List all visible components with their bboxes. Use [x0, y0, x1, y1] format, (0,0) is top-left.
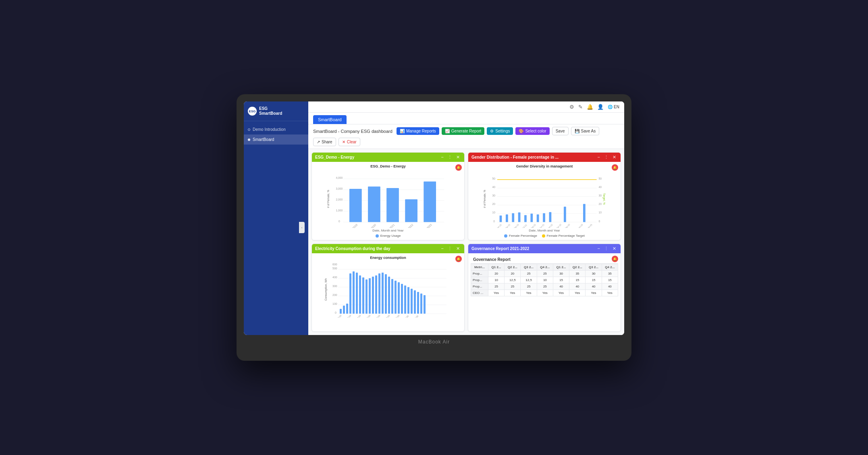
logo-icon: ESG	[248, 107, 257, 116]
row-label-1: Prop...	[471, 277, 488, 283]
svg-rect-12	[368, 186, 380, 222]
color-icon: 🎨	[519, 129, 523, 133]
svg-text:Jan-21: Jan-21	[496, 223, 502, 228]
sidebar-toggle[interactable]: ‹	[299, 222, 305, 233]
svg-rect-99	[411, 289, 413, 314]
widget-governance: Governance Report 2021-2022 − ⋮ ✕ 🔔 Gove…	[468, 244, 621, 332]
sidebar-item-smartboard[interactable]: SmartBoard	[244, 134, 308, 145]
energy-chart: ESG_Demo - Energy # of Female, % 0 1,000…	[314, 164, 462, 238]
svg-text:0: 0	[338, 220, 340, 223]
widget-gender-alert: 🔔	[612, 164, 618, 171]
gear-icon[interactable]: ⚙	[569, 104, 574, 110]
svg-rect-77	[340, 309, 342, 314]
sidebar: ESG ESGSmartBoard Demo Introduction Smar…	[244, 101, 308, 335]
toolbar: SmartBoard - Company ESG dashboard 📊 Man…	[308, 124, 624, 149]
edit-icon[interactable]: ✎	[578, 104, 583, 110]
user-icon[interactable]: 👤	[597, 104, 604, 110]
svg-text:0: 0	[598, 220, 600, 223]
widget-electricity-alert: 🔔	[455, 256, 462, 262]
svg-text:Jul-21: Jul-21	[521, 223, 527, 228]
laptop-model: MacBook Air	[244, 335, 624, 345]
svg-rect-96	[401, 284, 403, 314]
bell-icon[interactable]: 🔔	[587, 104, 593, 110]
widget-electricity-body: 🔔 Energy consumption Consumption, Wh 0 1…	[312, 253, 464, 331]
widget-electricity-minimize[interactable]: −	[440, 246, 445, 251]
widget-governance-header: Governance Report 2021-2022 − ⋮ ✕	[468, 244, 621, 253]
widget-governance-minimize[interactable]: −	[596, 246, 601, 251]
svg-text:22:00: 22:00	[395, 314, 400, 318]
widget-governance-close[interactable]: ✕	[611, 246, 617, 251]
svg-rect-87	[372, 277, 374, 314]
row-0-q5: 30	[553, 271, 569, 277]
svg-rect-95	[398, 282, 400, 314]
widget-energy-body: 🔔 ESG_Demo - Energy # of Female, % 0 1,0…	[312, 162, 464, 240]
svg-rect-45	[524, 215, 527, 222]
clear-button[interactable]: ✕ Clear	[338, 138, 360, 146]
svg-text:Mar-21: Mar-21	[504, 223, 511, 228]
generate-report-button[interactable]: 📈 Generate Report	[442, 127, 485, 135]
row-0-q3: 25	[521, 271, 537, 277]
main-content: ⚙ ✎ 🔔 👤 🌐 EN SmartBoard SmartBoard - Com…	[308, 101, 624, 335]
svg-rect-84	[362, 277, 364, 314]
svg-text:50: 50	[492, 177, 495, 180]
widget-energy-minimize[interactable]: −	[440, 155, 445, 160]
save-button[interactable]: Save	[552, 127, 569, 135]
svg-text:300: 300	[332, 285, 337, 287]
generate-report-icon: 📈	[445, 129, 450, 133]
save-as-button[interactable]: 💾 Save As	[571, 127, 600, 135]
svg-text:# of Female, %: # of Female, %	[327, 190, 330, 208]
widget-energy-alert: 🔔	[455, 164, 462, 171]
sidebar-item-demo-intro[interactable]: Demo Introduction	[244, 124, 308, 134]
svg-rect-89	[378, 273, 380, 314]
widget-energy-header: ESG_Demo - Energy − ⋮ ✕	[312, 153, 464, 162]
widget-electricity-menu[interactable]: ⋮	[446, 246, 453, 251]
row-0-q8: 35	[602, 271, 618, 277]
svg-text:18:00: 18:00	[375, 314, 381, 318]
widget-governance-menu[interactable]: ⋮	[603, 246, 610, 251]
clear-icon: ✕	[342, 140, 345, 144]
svg-rect-47	[537, 214, 539, 222]
widget-gender-close[interactable]: ✕	[611, 155, 617, 160]
widget-gender-header: Gender Distribution - Female percentage …	[468, 153, 621, 162]
gender-chart-title: Gender Diversity in management	[516, 164, 573, 168]
widget-energy-menu[interactable]: ⋮	[446, 155, 453, 160]
svg-rect-14	[405, 199, 417, 222]
svg-text:10: 10	[492, 211, 495, 214]
svg-rect-44	[518, 213, 521, 222]
svg-rect-92	[388, 277, 390, 314]
svg-rect-86	[369, 278, 371, 314]
svg-rect-13	[386, 188, 399, 222]
widget-energy-close[interactable]: ✕	[455, 155, 461, 160]
svg-rect-98	[407, 287, 409, 314]
widget-governance-title: Governance Report 2021-2022	[471, 246, 529, 251]
select-color-button[interactable]: 🎨 Select color	[515, 127, 549, 135]
settings-button[interactable]: ⚙ Settings	[487, 127, 513, 135]
widget-gender-menu[interactable]: ⋮	[603, 155, 610, 160]
col-header-q1-1: Q1 2...	[488, 264, 504, 271]
sidebar-dot-active	[248, 139, 250, 141]
svg-rect-101	[417, 292, 419, 314]
svg-rect-50	[564, 207, 566, 222]
tab-smartboard[interactable]: SmartBoard	[313, 115, 347, 124]
widget-electricity-actions: − ⋮ ✕	[440, 246, 461, 251]
manage-reports-button[interactable]: 📊 Manage Reports	[397, 127, 439, 135]
row-0-q4: 25	[537, 271, 553, 277]
widget-gender-body: 🔔 Gender Diversity in management # of Fe…	[468, 162, 621, 240]
widget-energy-title: ESG_Demo - Energy	[315, 155, 354, 159]
widget-gender-title: Gender Distribution - Female percentage …	[471, 155, 559, 159]
svg-rect-90	[382, 273, 384, 314]
widget-electricity-close[interactable]: ✕	[455, 246, 461, 251]
col-header-q4-2: Q4 2...	[602, 264, 618, 271]
governance-table: Metri... Q1 2... Q2 2... Q3 2... Q4 2...…	[471, 264, 618, 296]
settings-icon: ⚙	[490, 129, 494, 133]
widget-gender-minimize[interactable]: −	[596, 155, 601, 160]
svg-text:May-21: May-21	[513, 223, 519, 228]
svg-text:2,000: 2,000	[336, 198, 343, 201]
svg-text:50: 50	[598, 177, 602, 180]
widget-governance-actions: − ⋮ ✕	[596, 246, 617, 251]
widget-gender-actions: − ⋮ ✕	[596, 155, 617, 160]
svg-text:500: 500	[332, 267, 337, 270]
manage-reports-icon: 📊	[400, 129, 405, 133]
share-button[interactable]: ↗ Share	[313, 138, 336, 146]
lang-selector[interactable]: 🌐 EN	[608, 105, 619, 109]
